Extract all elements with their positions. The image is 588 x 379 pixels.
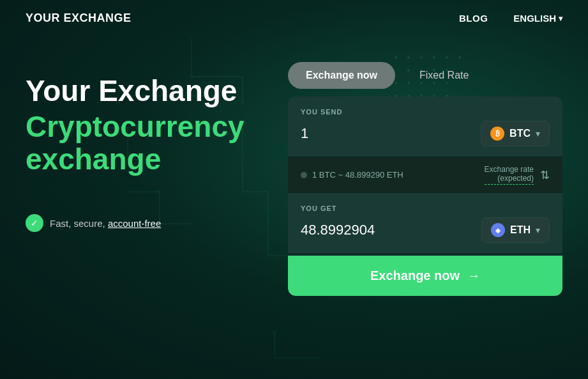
get-amount-display: 48.8992904 [301, 222, 428, 238]
lang-label: ENGLISH [513, 13, 556, 24]
navbar: YOUR EXCHANGE BLOG ENGLISH ▾ [0, 0, 588, 36]
check-icon: ✓ [26, 214, 43, 232]
tab-fixed-rate[interactable]: Fixed Rate [402, 62, 486, 89]
left-section: Your Exchange Cryptocurrency exchange ✓ … [26, 62, 250, 232]
send-currency-chevron-icon: ▾ [536, 128, 540, 139]
eth-icon: ◆ [491, 223, 505, 237]
hero-badge: ✓ Fast, secure, account-free [26, 214, 250, 232]
swap-icon[interactable]: ⇅ [540, 168, 550, 182]
tab-exchange-now[interactable]: Exchange now [288, 62, 395, 89]
get-currency-selector[interactable]: ◆ ETH ▾ [481, 217, 550, 243]
exchange-btn-label: Exchange now [370, 268, 460, 283]
hero-title-line3: exchange [26, 143, 250, 176]
exchange-widget: Exchange now Fixed Rate YOU SEND ₿ BTC ▾ [288, 62, 562, 296]
btc-icon: ₿ [490, 127, 504, 141]
get-section: YOU GET 48.8992904 ◆ ETH ▾ [288, 193, 562, 253]
rate-text: 1 BTC ~ 48.899290 ETH [312, 170, 403, 180]
widget-body: YOU SEND ₿ BTC ▾ 1 BTC ~ 48.899290 ETH [288, 97, 562, 296]
main-content: Your Exchange Cryptocurrency exchange ✓ … [0, 36, 588, 296]
send-amount-input[interactable] [301, 125, 428, 142]
rate-right: Exchange rate (expected) ⇅ [485, 165, 550, 185]
rate-expected-text: Exchange rate (expected) [485, 165, 534, 185]
arrow-right-icon: → [467, 268, 480, 283]
language-selector[interactable]: ENGLISH ▾ [513, 13, 562, 24]
get-currency-name: ETH [510, 224, 531, 236]
get-currency-chevron-icon: ▾ [536, 225, 540, 235]
account-free-link[interactable]: account-free [108, 218, 161, 229]
exchange-now-button[interactable]: Exchange now → [288, 256, 562, 296]
send-section: YOU SEND ₿ BTC ▾ [288, 97, 562, 157]
hero-title-line1: Your Exchange [26, 75, 250, 107]
rate-expected-label: Exchange rate (expected) [485, 165, 534, 185]
get-row: 48.8992904 ◆ ETH ▾ [301, 217, 550, 243]
blog-link[interactable]: BLOG [459, 13, 488, 24]
send-currency-name: BTC [509, 128, 531, 139]
rate-info: 1 BTC ~ 48.899290 ETH [301, 170, 403, 180]
hero-badge-text: Fast, secure, account-free [50, 218, 161, 229]
hero-title-line2: Cryptocurrency [26, 110, 250, 144]
brand-logo: YOUR EXCHANGE [26, 12, 132, 25]
lang-chevron-icon: ▾ [559, 14, 562, 23]
rate-dot-icon [301, 172, 307, 178]
get-label: YOU GET [301, 205, 550, 212]
widget-tabs: Exchange now Fixed Rate [288, 62, 562, 89]
rate-row: 1 BTC ~ 48.899290 ETH Exchange rate (exp… [288, 157, 562, 193]
send-label: YOU SEND [301, 108, 550, 116]
send-row: ₿ BTC ▾ [301, 121, 550, 146]
navbar-right: BLOG ENGLISH ▾ [459, 13, 562, 24]
send-currency-selector[interactable]: ₿ BTC ▾ [481, 121, 550, 146]
